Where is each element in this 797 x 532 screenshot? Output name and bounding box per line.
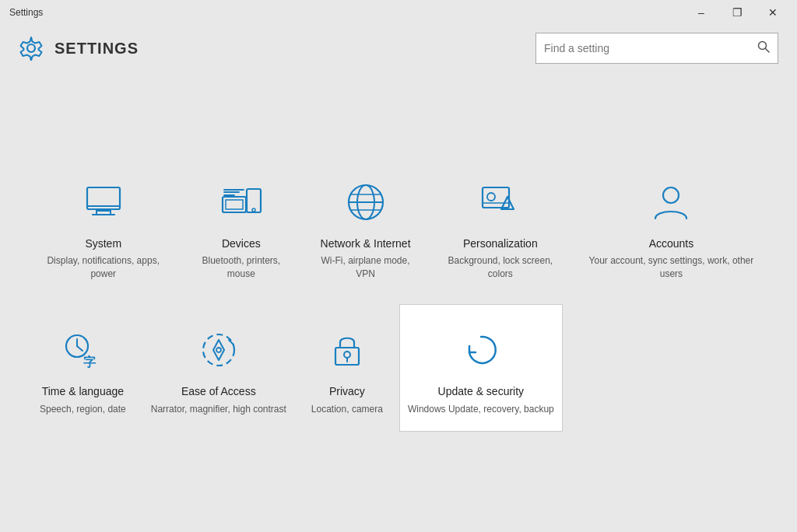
svg-point-28 bbox=[203, 334, 234, 366]
main-content: System Display, notifications, apps, pow… bbox=[0, 72, 797, 532]
system-icon bbox=[80, 179, 127, 226]
svg-point-31 bbox=[344, 352, 350, 358]
tile-personalization[interactable]: Personalization Background, lock screen,… bbox=[432, 156, 569, 297]
svg-rect-19 bbox=[483, 187, 509, 208]
svg-point-22 bbox=[487, 193, 495, 201]
ease-title: Ease of Access bbox=[181, 384, 256, 398]
tile-network[interactable]: Network & Internet Wi-Fi, airplane mode,… bbox=[307, 156, 424, 297]
tile-ease[interactable]: Ease of Access Narrator, magnifier, high… bbox=[142, 304, 295, 432]
update-title: Update & security bbox=[438, 384, 525, 398]
accounts-title: Accounts bbox=[649, 236, 694, 250]
settings-row-2: 字 Time & language Speech, region, date E… bbox=[31, 304, 711, 432]
settings-row-1: System Display, notifications, apps, pow… bbox=[31, 156, 766, 297]
tile-accounts[interactable]: Accounts Your account, sync settings, wo… bbox=[577, 156, 766, 297]
accounts-icon bbox=[648, 179, 694, 226]
update-subtitle: Windows Update, recovery, backup bbox=[408, 403, 554, 416]
minimize-button[interactable]: – bbox=[683, 0, 719, 25]
svg-rect-8 bbox=[226, 200, 243, 209]
svg-line-26 bbox=[77, 346, 83, 351]
svg-point-0 bbox=[27, 44, 35, 52]
search-input[interactable] bbox=[544, 42, 757, 54]
personalization-subtitle: Background, lock screen, colors bbox=[441, 254, 560, 281]
svg-point-23 bbox=[663, 187, 679, 203]
system-subtitle: Display, notifications, apps, power bbox=[40, 254, 167, 281]
ease-icon bbox=[195, 327, 242, 373]
title-bar: Settings – ❐ ✕ bbox=[0, 0, 797, 25]
empty-slot bbox=[571, 304, 711, 432]
privacy-title: Privacy bbox=[329, 384, 365, 398]
search-icon bbox=[757, 40, 770, 53]
network-title: Network & Internet bbox=[321, 236, 411, 250]
tile-system[interactable]: System Display, notifications, apps, pow… bbox=[31, 156, 175, 297]
search-icon-button[interactable] bbox=[757, 40, 770, 56]
tile-privacy[interactable]: Privacy Location, camera bbox=[303, 304, 391, 432]
tile-devices[interactable]: Devices Bluetooth, printers, mouse bbox=[183, 156, 299, 297]
devices-title: Devices bbox=[222, 236, 261, 250]
personalization-icon bbox=[477, 179, 524, 226]
system-title: System bbox=[85, 236, 121, 250]
window-controls: – ❐ ✕ bbox=[683, 0, 791, 25]
svg-point-29 bbox=[216, 348, 221, 352]
tile-update[interactable]: Update & security Windows Update, recove… bbox=[399, 304, 563, 432]
time-icon: 字 bbox=[59, 327, 106, 373]
privacy-icon bbox=[324, 327, 370, 373]
app-header: SETTINGS bbox=[0, 25, 797, 72]
svg-line-2 bbox=[766, 49, 770, 53]
search-box[interactable] bbox=[535, 33, 778, 64]
ease-subtitle: Narrator, magnifier, high contrast bbox=[151, 403, 286, 416]
close-button[interactable]: ✕ bbox=[755, 0, 791, 25]
app-title: SETTINGS bbox=[54, 40, 139, 58]
privacy-subtitle: Location, camera bbox=[311, 403, 383, 416]
gear-icon bbox=[19, 36, 44, 61]
network-subtitle: Wi-Fi, airplane mode, VPN bbox=[315, 254, 416, 281]
personalization-title: Personalization bbox=[463, 236, 538, 250]
header-left: SETTINGS bbox=[19, 36, 139, 61]
time-subtitle: Speech, region, date bbox=[40, 403, 126, 416]
accounts-subtitle: Your account, sync settings, work, other… bbox=[585, 254, 757, 281]
devices-icon bbox=[218, 179, 265, 226]
time-title: Time & language bbox=[42, 384, 124, 398]
svg-text:字: 字 bbox=[83, 355, 97, 369]
tile-time[interactable]: 字 Time & language Speech, region, date bbox=[31, 304, 135, 432]
update-icon bbox=[458, 327, 504, 373]
restore-button[interactable]: ❐ bbox=[719, 0, 755, 25]
network-icon bbox=[342, 179, 389, 226]
window-title: Settings bbox=[9, 7, 43, 18]
svg-point-10 bbox=[252, 208, 255, 212]
devices-subtitle: Bluetooth, printers, mouse bbox=[191, 254, 290, 281]
